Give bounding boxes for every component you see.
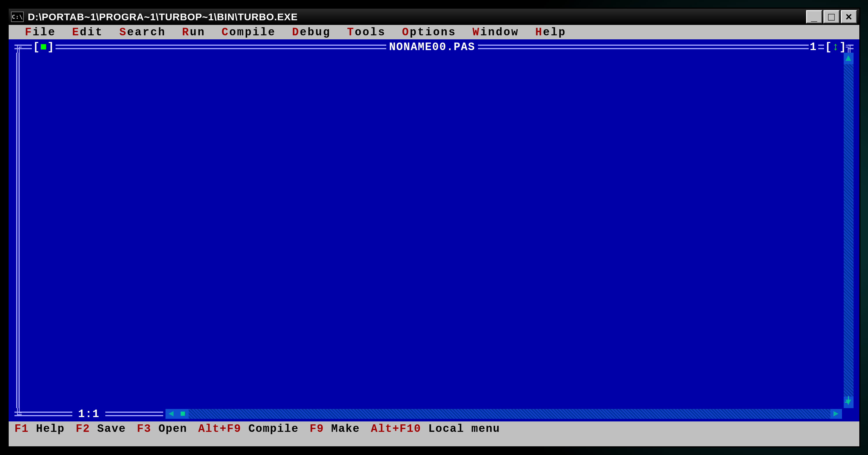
hk: S	[119, 26, 127, 38]
maximize-button[interactable]: □	[824, 10, 840, 24]
hk: T	[347, 26, 355, 38]
hk: R	[182, 26, 190, 38]
status-bar: F1 Help F2 Save F3 Open Alt+F9 Compile F…	[9, 421, 859, 436]
resize-icon: ┘	[845, 396, 852, 409]
sb-key: Alt+F9	[198, 423, 241, 435]
window-title: D:\PORTAB~1\PROGRA~1\TURBOP~1\BIN\TURBO.…	[28, 11, 806, 23]
frame-seg	[848, 44, 854, 49]
arrow-left-icon: ◄	[168, 409, 174, 419]
lbl: dit	[80, 26, 103, 38]
frame-seg	[14, 44, 32, 49]
minimize-button[interactable]: _	[806, 10, 822, 24]
scroll-thumb[interactable]: ■	[177, 409, 189, 419]
sb-open[interactable]: F3 Open	[137, 423, 187, 435]
sb-label: Help	[29, 423, 65, 435]
menu-compile[interactable]: Compile	[214, 26, 284, 38]
editor-area[interactable]: ╔ ╗ ╚ [■] NONAME00.PAS 1 [↕]	[9, 39, 859, 421]
minimize-icon: _	[811, 11, 817, 23]
frame-seg	[478, 44, 808, 49]
editor-filename: NONAME00.PAS	[389, 41, 475, 53]
hk: F	[25, 26, 33, 38]
menu-help[interactable]: Help	[527, 26, 574, 38]
zoom-arrow-icon: ↕	[832, 41, 839, 53]
menu-edit[interactable]: Edit	[64, 26, 111, 38]
editor-top-border: [■] NONAME00.PAS 1 [↕]	[14, 41, 854, 53]
thumb-icon: ■	[180, 409, 186, 419]
editor-frame: ╔ ╗ ╚ [■] NONAME00.PAS 1 [↕]	[14, 39, 854, 421]
hk: H	[535, 26, 543, 38]
sb-key: Alt+F10	[371, 423, 421, 435]
menu-options[interactable]: Options	[394, 26, 464, 38]
hk: D	[292, 26, 300, 38]
frame-seg	[56, 44, 386, 49]
resize-corner[interactable]: ┘	[842, 397, 855, 409]
sb-key: F3	[137, 423, 151, 435]
sb-key: F2	[76, 423, 90, 435]
sb-make[interactable]: F9 Make	[310, 423, 360, 435]
scroll-left-button[interactable]: ◄	[165, 409, 177, 419]
hk: W	[472, 26, 480, 38]
sb-compile[interactable]: Alt+F9 Compile	[198, 423, 299, 435]
frame-seg	[818, 44, 824, 49]
sb-localmenu[interactable]: Alt+F10 Local menu	[371, 423, 500, 435]
close-square-icon: ■	[40, 41, 48, 53]
frame-seg	[105, 412, 163, 416]
sb-key: F1	[14, 423, 29, 435]
menu-run[interactable]: Run	[174, 26, 213, 38]
lbl: indow	[480, 26, 519, 38]
scroll-right-button[interactable]: ►	[830, 409, 842, 419]
lbl: ompile	[229, 26, 276, 38]
bracket-r: ]	[48, 41, 55, 53]
editor-bottom-border: 1:1 ◄ ■ ►	[14, 408, 854, 420]
titlebar[interactable]: C:\ D:\PORTAB~1\PROGRA~1\TURBOP~1\BIN\TU…	[9, 9, 859, 25]
bracket-r: ]	[839, 41, 846, 53]
sb-key: F9	[310, 423, 324, 435]
lbl: ile	[33, 26, 56, 38]
bracket-l: [	[825, 41, 832, 53]
sb-label: Open	[151, 423, 187, 435]
sb-label: Local menu	[421, 423, 500, 435]
window-buttons: _ □ ×	[806, 10, 857, 24]
system-menu-icon[interactable]: C:\	[11, 11, 24, 22]
editor-window-number: 1	[810, 41, 817, 53]
menu-file[interactable]: File	[17, 26, 64, 38]
lbl: ebug	[300, 26, 331, 38]
lbl: ptions	[410, 26, 456, 38]
sb-label: Compile	[241, 423, 299, 435]
sb-label: Save	[90, 423, 126, 435]
editor-zoom-box[interactable]: [↕]	[825, 41, 846, 53]
frame-left-inner	[19, 53, 20, 408]
sb-save[interactable]: F2 Save	[76, 423, 126, 435]
menu-window[interactable]: Window	[464, 26, 527, 38]
cursor-position: 1:1	[78, 408, 99, 420]
hk: C	[222, 26, 229, 38]
bracket-l: [	[33, 41, 40, 53]
frame-seg	[14, 412, 72, 416]
menu-bar: File Edit Search Run Compile Debug Tools…	[9, 25, 859, 39]
vertical-scrollbar[interactable]: ▲ ▼	[844, 53, 854, 408]
close-button[interactable]: ×	[841, 10, 857, 24]
close-icon: ×	[845, 11, 852, 23]
sysicon-text: C:\	[11, 13, 23, 20]
menu-tools[interactable]: Tools	[339, 26, 394, 38]
sb-label: Make	[324, 423, 360, 435]
maximize-icon: □	[828, 11, 835, 23]
app-window: C:\ D:\PORTAB~1\PROGRA~1\TURBOP~1\BIN\TU…	[7, 7, 861, 448]
lbl: elp	[543, 26, 566, 38]
scroll-up-button[interactable]: ▲	[844, 53, 854, 64]
lbl: ools	[355, 26, 386, 38]
arrow-right-icon: ►	[833, 409, 839, 419]
horizontal-scrollbar[interactable]: ◄ ■ ►	[165, 409, 842, 419]
lbl: un	[190, 26, 206, 38]
menu-debug[interactable]: Debug	[284, 26, 339, 38]
frame-left-outer	[16, 53, 18, 408]
sb-help[interactable]: F1 Help	[14, 423, 65, 435]
arrow-up-icon: ▲	[845, 53, 852, 64]
hk: O	[402, 26, 410, 38]
menu-search[interactable]: Search	[111, 26, 174, 38]
hk: E	[72, 26, 80, 38]
editor-close-box[interactable]: [■]	[33, 41, 54, 53]
lbl: earch	[127, 26, 166, 38]
